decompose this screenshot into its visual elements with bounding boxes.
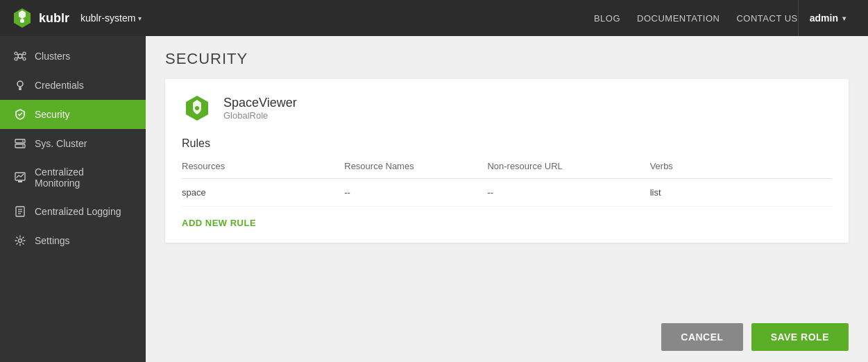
contact-us-link[interactable]: CONTACT US <box>736 13 797 24</box>
sidebar-item-settings-label: Settings <box>35 235 70 246</box>
clusters-icon <box>14 50 26 62</box>
cancel-button[interactable]: CANCEL <box>661 323 742 351</box>
svg-point-4 <box>15 52 17 55</box>
svg-point-2 <box>20 19 24 23</box>
cell-non_resource_url: -- <box>487 179 649 207</box>
col-header-non-resource-url: Non-resource URL <box>487 161 649 179</box>
user-chevron-icon: ▾ <box>842 15 846 22</box>
credentials-icon <box>14 79 26 92</box>
sidebar-item-credentials-label: Credentials <box>35 80 84 91</box>
role-icon <box>182 93 212 123</box>
svg-point-3 <box>18 54 22 58</box>
col-header-verbs: Verbs <box>650 161 832 179</box>
svg-point-22 <box>19 239 22 243</box>
main-content: SECURITY SpaceViewer GlobalRole Rules R <box>146 36 868 362</box>
page-header: SECURITY <box>146 36 868 79</box>
svg-point-16 <box>22 146 24 147</box>
svg-point-12 <box>17 81 23 87</box>
save-role-button[interactable]: SAVE ROLE <box>751 323 849 351</box>
logo-icon <box>11 7 33 29</box>
sidebar-item-settings[interactable]: Settings <box>0 226 146 255</box>
sidebar-item-logging-label: Centralized Logging <box>35 206 121 217</box>
logging-icon <box>14 205 26 218</box>
header-nav: BLOG DOCUMENTATION CONTACT US <box>594 13 798 24</box>
security-icon <box>14 108 26 121</box>
user-menu[interactable]: admin ▾ <box>799 12 857 24</box>
svg-point-7 <box>23 58 26 60</box>
svg-point-5 <box>23 52 26 55</box>
sidebar-item-clusters-label: Clusters <box>35 51 70 62</box>
namespace-chevron-icon: ▾ <box>138 15 142 22</box>
sidebar-item-monitoring-label: Centralized Monitoring <box>35 166 132 189</box>
sidebar-item-credentials[interactable]: Credentials <box>0 71 146 100</box>
rules-table: Resources Resource Names Non-resource UR… <box>182 161 832 207</box>
sidebar: Clusters Credentials Security <box>0 36 146 362</box>
sidebar-item-security-label: Security <box>35 109 70 120</box>
logo-text: kublr <box>39 11 69 26</box>
col-header-resource-names: Resource Names <box>344 161 487 179</box>
svg-point-6 <box>15 58 17 60</box>
role-type: GlobalRole <box>223 110 297 121</box>
sys-cluster-icon <box>14 137 26 150</box>
cell-verbs: list <box>650 179 832 207</box>
cell-resources: space <box>182 179 344 207</box>
sidebar-item-sys-cluster-label: Sys. Cluster <box>35 138 87 149</box>
table-row: space----list <box>182 179 832 207</box>
page-title: SECURITY <box>165 50 849 68</box>
role-name: SpaceViewer <box>223 96 297 110</box>
namespace-label: kublr-system <box>80 12 135 24</box>
table-header-row: Resources Resource Names Non-resource UR… <box>182 161 832 179</box>
user-name: admin <box>810 12 838 24</box>
role-info: SpaceViewer GlobalRole <box>223 96 297 121</box>
col-header-resources: Resources <box>182 161 344 179</box>
sidebar-item-logging[interactable]: Centralized Logging <box>0 197 146 226</box>
sidebar-item-clusters[interactable]: Clusters <box>0 42 146 71</box>
sidebar-item-sys-cluster[interactable]: Sys. Cluster <box>0 129 146 158</box>
add-new-rule-button[interactable]: ADD NEW RULE <box>182 218 256 228</box>
footer-actions: CANCEL SAVE ROLE <box>146 312 868 362</box>
cell-resource_names: -- <box>344 179 487 207</box>
svg-point-24 <box>195 106 199 110</box>
settings-icon <box>14 234 26 247</box>
security-card: SpaceViewer GlobalRole Rules Resources R… <box>165 79 849 243</box>
blog-link[interactable]: BLOG <box>594 13 620 24</box>
monitoring-icon <box>14 171 26 184</box>
sidebar-item-security[interactable]: Security <box>0 100 146 129</box>
role-header: SpaceViewer GlobalRole <box>182 93 832 123</box>
svg-point-15 <box>22 141 24 142</box>
layout: Clusters Credentials Security <box>0 36 868 362</box>
header: kublr kublr-system ▾ BLOG DOCUMENTATION … <box>0 0 868 36</box>
namespace-selector[interactable]: kublr-system ▾ <box>80 12 142 24</box>
rules-section-title: Rules <box>182 137 832 150</box>
logo[interactable]: kublr <box>11 7 69 29</box>
documentation-link[interactable]: DOCUMENTATION <box>637 13 720 24</box>
sidebar-item-monitoring[interactable]: Centralized Monitoring <box>0 158 146 197</box>
